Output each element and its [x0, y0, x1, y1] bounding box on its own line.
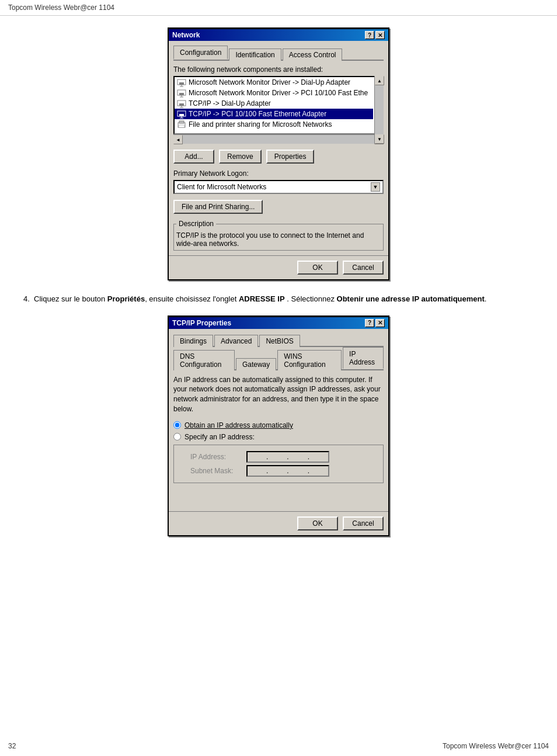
- help-button[interactable]: ?: [365, 31, 374, 39]
- scroll-track: [375, 85, 384, 134]
- step-text-end: .: [485, 294, 487, 303]
- subnet-seg3[interactable]: [290, 467, 307, 475]
- tcpip-close-button[interactable]: ✕: [375, 319, 385, 327]
- subnet-mask-row: Subnet Mask: . . .: [190, 465, 378, 477]
- step-text-before: Cliquez sur le bouton: [34, 294, 107, 303]
- tab-dns[interactable]: DNS Configuration: [173, 350, 235, 370]
- network-title: Network: [172, 31, 200, 39]
- spacer: [173, 483, 384, 507]
- description-fieldset: Description TCP/IP is the protocol you u…: [173, 220, 384, 251]
- tab-ip-address[interactable]: IP Address: [343, 347, 384, 369]
- tab-netbios[interactable]: NetBIOS: [259, 335, 300, 347]
- properties-button[interactable]: Properties: [266, 150, 315, 164]
- step-bold1: Propriétés: [107, 294, 145, 303]
- ip-dot3: .: [308, 453, 309, 461]
- scroll-left-arrow[interactable]: ◄: [173, 135, 183, 144]
- ip-seg2[interactable]: [269, 453, 286, 461]
- description-legend: Description: [176, 220, 216, 228]
- tab-bindings[interactable]: Bindings: [173, 335, 213, 347]
- step-4: 4. Cliquez sur le bouton Propriétés, ens…: [23, 293, 534, 305]
- network-cancel-button[interactable]: Cancel: [343, 261, 384, 275]
- list-label: The following network components are ins…: [173, 65, 384, 74]
- radio-auto-input[interactable]: [173, 421, 181, 429]
- list-item[interactable]: Microsoft Network Monitor Driver -> PCI …: [175, 88, 373, 98]
- ip-address-input[interactable]: . . .: [246, 451, 329, 463]
- radio-specify-option[interactable]: Specify an IP address:: [173, 433, 384, 441]
- ip-address-row: IP Address: . . .: [190, 451, 378, 463]
- footer-title: Topcom Wireless Webr@cer 1104: [443, 742, 549, 750]
- subnet-mask-label: Subnet Mask:: [190, 467, 243, 475]
- scrollbar[interactable]: ▲ ▼: [374, 76, 384, 144]
- step-bold3: Obtenir une adresse IP automatiquement: [337, 294, 485, 303]
- tab-gateway[interactable]: Gateway: [236, 358, 276, 370]
- primary-logon-label: Primary Network Logon:: [173, 169, 384, 178]
- radio-auto-label: Obtain an IP address automatically: [184, 421, 293, 429]
- ip-dot2: .: [287, 453, 288, 461]
- tcpip-ok-button[interactable]: OK: [297, 516, 338, 530]
- add-button[interactable]: Add...: [173, 150, 214, 164]
- subnet-dot3: .: [308, 467, 309, 475]
- tcpip-tabs-row2: DNS Configuration Gateway WINS Configura…: [173, 347, 384, 370]
- svg-rect-5: [179, 93, 184, 95]
- svg-rect-17: [179, 121, 184, 123]
- ip-dot1: .: [266, 453, 268, 461]
- network-icon: [177, 78, 186, 87]
- svg-rect-13: [179, 114, 184, 116]
- scroll-htrack: [183, 135, 374, 144]
- subnet-seg2[interactable]: [269, 467, 286, 475]
- scroll-up-arrow[interactable]: ▲: [375, 76, 384, 85]
- tab-configuration[interactable]: Configuration: [173, 46, 228, 60]
- subnet-dot1: .: [266, 467, 268, 475]
- scroll-down-arrow[interactable]: ▼: [375, 134, 384, 144]
- tab-advanced[interactable]: Advanced: [214, 335, 258, 347]
- specify-ip-box: IP Address: . . . Subnet Ma: [173, 445, 384, 483]
- subnet-mask-input[interactable]: . . .: [246, 465, 329, 477]
- ip-seg4[interactable]: [311, 453, 327, 461]
- titlebar-buttons: ? ✕: [365, 31, 385, 39]
- action-buttons: Add... Remove Properties: [173, 150, 384, 164]
- radio-specify-input[interactable]: [173, 433, 181, 441]
- footer-page-number: 32: [8, 742, 16, 750]
- ip-address-label: IP Address:: [190, 453, 243, 461]
- tcpip-title: TCP/IP Properties: [172, 319, 231, 327]
- description-text: TCP/IP is the protocol you use to connec…: [176, 231, 381, 248]
- svg-rect-1: [179, 82, 184, 85]
- list-item[interactable]: TCP/IP -> Dial-Up Adapter: [175, 98, 373, 109]
- tcpip-help-button[interactable]: ?: [365, 319, 374, 327]
- tab-wins[interactable]: WINS Configuration: [277, 350, 342, 370]
- file-sharing-button[interactable]: File and Print Sharing...: [173, 200, 263, 214]
- list-item[interactable]: File and printer sharing for Microsoft N…: [175, 119, 373, 130]
- remove-button[interactable]: Remove: [219, 150, 262, 164]
- network-ok-button[interactable]: OK: [297, 261, 338, 275]
- subnet-seg1[interactable]: [249, 467, 265, 475]
- network-footer: OK Cancel: [169, 255, 388, 279]
- close-button[interactable]: ✕: [375, 31, 385, 39]
- subnet-seg4[interactable]: [311, 467, 327, 475]
- primary-logon-dropdown[interactable]: Client for Microsoft Networks ▼: [173, 180, 384, 194]
- step-number: 4.: [23, 294, 30, 303]
- tcpip-titlebar: TCP/IP Properties ? ✕: [169, 317, 388, 329]
- network-icon: [177, 88, 186, 98]
- network-icon: [177, 99, 186, 108]
- tcpip-window: TCP/IP Properties ? ✕ Bindings Advanced …: [168, 315, 389, 536]
- svg-rect-9: [179, 103, 184, 106]
- tcpip-body: Bindings Advanced NetBIOS DNS Configurat…: [169, 329, 388, 511]
- page-footer: 32 Topcom Wireless Webr@cer 1104: [8, 742, 549, 750]
- ip-seg1[interactable]: [249, 453, 265, 461]
- scrollbar-horizontal[interactable]: ◄ ►: [173, 134, 384, 144]
- svg-rect-18: [179, 125, 184, 127]
- tcpip-cancel-button[interactable]: Cancel: [343, 516, 384, 530]
- network-body: Configuration Identification Access Cont…: [169, 41, 388, 255]
- header-title: Topcom Wireless Webr@cer 1104: [8, 4, 114, 12]
- list-item[interactable]: Microsoft Network Monitor Driver -> Dial…: [175, 77, 373, 88]
- tab-access-control[interactable]: Access Control: [283, 48, 343, 61]
- step-bold2: ADRESSE IP: [239, 294, 285, 303]
- radio-auto-option[interactable]: Obtain an IP address automatically: [173, 421, 384, 429]
- components-listbox[interactable]: Microsoft Network Monitor Driver -> Dial…: [173, 76, 384, 134]
- radio-specify-label: Specify an IP address:: [184, 433, 255, 441]
- network-titlebar: Network ? ✕: [169, 29, 388, 41]
- list-item-selected[interactable]: TCP/IP -> PCI 10/100 Fast Ethernet Adapt…: [175, 109, 373, 119]
- tab-identification[interactable]: Identification: [229, 48, 281, 61]
- ip-seg3[interactable]: [290, 453, 307, 461]
- network-icon-selected: [177, 109, 186, 119]
